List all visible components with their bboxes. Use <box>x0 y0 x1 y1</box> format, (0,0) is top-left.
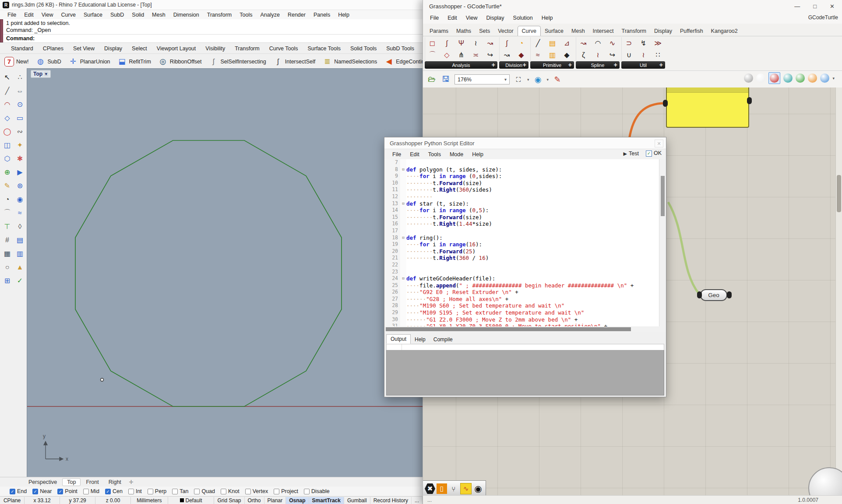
curve-polygon[interactable] <box>75 140 342 406</box>
sidebar-tool-icon-10[interactable]: ◫ <box>1 138 14 152</box>
sidebar-tool-icon-20[interactable]: ⌒ <box>1 206 14 220</box>
code-editor[interactable]: 7891011121314151617181920212223242526272… <box>384 159 666 326</box>
editor-menu-item-help[interactable]: Help <box>468 150 488 158</box>
expand-plus-icon[interactable]: ✚ <box>492 63 495 67</box>
gh-menu-item-display[interactable]: Display <box>482 14 509 22</box>
canvas-tool-icon-3[interactable]: ∿ <box>460 483 472 494</box>
palette-group-label[interactable]: Division✚ <box>499 61 528 69</box>
code-vertical-scrollbar[interactable] <box>659 159 666 326</box>
editor-menu-item-mode[interactable]: Mode <box>445 150 468 158</box>
component-icon[interactable]: ↝ <box>483 37 497 49</box>
osnap-int[interactable]: Int <box>128 488 142 494</box>
osnap-quad[interactable]: Quad <box>194 488 215 494</box>
sidebar-tool-icon-29[interactable]: ▲ <box>14 260 26 274</box>
maximize-icon[interactable]: □ <box>813 3 817 10</box>
osnap-vertex[interactable]: Vertex <box>245 488 268 494</box>
toolbar-tab-set-view[interactable]: Set View <box>68 44 99 53</box>
component-icon[interactable]: ≫ <box>651 37 665 49</box>
sidebar-tool-icon-16[interactable]: ✎ <box>1 179 14 192</box>
gh-tab-intersect[interactable]: Intersect <box>589 26 618 36</box>
open-file-icon[interactable]: 🗁 <box>426 74 437 85</box>
component-icon[interactable]: ζ <box>576 49 591 61</box>
gh-tab-curve[interactable]: Curve <box>518 26 541 36</box>
geo-output-nub[interactable] <box>727 291 732 298</box>
component-icon[interactable]: ⌒ <box>425 49 440 61</box>
sidebar-tool-icon-5[interactable]: ⊙ <box>14 98 26 111</box>
close-icon[interactable]: ✕ <box>830 3 835 10</box>
sidebar-tool-icon-12[interactable]: ⬡ <box>1 152 14 165</box>
gh-tab-sets[interactable]: Sets <box>475 26 494 36</box>
checkbox-checked[interactable]: ✓ <box>10 489 15 494</box>
gh-menu-item-help[interactable]: Help <box>537 14 557 22</box>
component-icon[interactable]: ◆ <box>514 49 528 61</box>
gh-tab-display[interactable]: Display <box>650 26 676 36</box>
close-icon[interactable]: ✕ <box>655 140 663 147</box>
add-viewport-icon[interactable]: ✛ <box>127 479 134 485</box>
menu-item-mesh[interactable]: Mesh <box>148 11 169 19</box>
component-icon[interactable]: ↝ <box>500 49 514 61</box>
palette-group-label[interactable]: Primitive✚ <box>530 61 574 69</box>
status-toggle-grid-snap[interactable]: Grid Snap <box>214 497 244 504</box>
menu-item-panels[interactable]: Panels <box>310 11 334 19</box>
toolbar-button-planarunion[interactable]: ✛PlanarUnion <box>66 56 113 68</box>
component-icon[interactable]: ∫ <box>440 37 454 49</box>
component-icon[interactable]: ▥ <box>545 49 560 61</box>
status-toggle-record-history[interactable]: Record History <box>370 497 412 504</box>
status-toggle-planar[interactable]: Planar <box>264 497 286 504</box>
sidebar-tool-icon-27[interactable]: ▥ <box>14 247 26 260</box>
display-sphere-icon-2[interactable] <box>768 72 780 84</box>
status-field-5[interactable]: Default <box>168 497 215 504</box>
osnap-perp[interactable]: Perp <box>148 488 166 494</box>
point-object[interactable] <box>101 378 104 382</box>
canvas-vertical-scrollbar[interactable] <box>835 88 842 495</box>
sidebar-tool-icon-22[interactable]: ⊤ <box>1 220 14 233</box>
toolbar-tab-standard[interactable]: Standard <box>6 44 38 53</box>
status-toggle-smarttrack[interactable]: SmartTrack <box>309 497 344 504</box>
zoom-level-select[interactable]: 176% ▾ <box>454 74 510 84</box>
menu-item-file[interactable]: File <box>4 11 20 19</box>
display-sphere-icon-0[interactable] <box>744 74 753 83</box>
checkbox-unchecked[interactable] <box>274 489 279 494</box>
component-icon[interactable]: ▤ <box>545 37 560 49</box>
sidebar-tool-icon-0[interactable]: ↖ <box>1 70 14 84</box>
checkbox-unchecked[interactable] <box>304 489 310 494</box>
gh-menu-item-edit[interactable]: Edit <box>443 14 462 22</box>
sidebar-tool-icon-6[interactable]: ◇ <box>1 111 14 125</box>
editor-titlebar[interactable]: Grasshopper Python Script Editor ✕ <box>384 137 666 149</box>
sidebar-tool-icon-25[interactable]: ▤ <box>14 233 26 247</box>
toolbar-button-subd[interactable]: ◍SubD <box>33 56 63 68</box>
sidebar-tool-icon-3[interactable]: ⇔ <box>14 84 26 98</box>
sidebar-tool-icon-2[interactable]: ╱ <box>1 84 14 98</box>
preview-eye-icon[interactable]: ◉ <box>533 74 543 85</box>
menu-item-dimension[interactable]: Dimension <box>169 11 203 19</box>
menu-item-render[interactable]: Render <box>284 11 310 19</box>
osnap-near[interactable]: ✓Near <box>32 488 52 494</box>
canvas-tool-icon-2[interactable]: ⑂ <box>448 483 459 494</box>
geo-parameter-component[interactable]: Geo <box>700 289 727 301</box>
checkbox-unchecked[interactable] <box>128 489 134 494</box>
component-icon[interactable]: ◔ <box>514 37 528 49</box>
expand-plus-icon[interactable]: ✚ <box>568 63 572 67</box>
checkbox-checked[interactable]: ✓ <box>32 489 38 494</box>
sidebar-tool-icon-14[interactable]: ⊕ <box>1 165 14 179</box>
toolbar-tab-subd-tools[interactable]: SubD Tools <box>381 44 419 53</box>
status-ellipsis[interactable]: ... <box>427 497 432 503</box>
sidebar-tool-icon-24[interactable]: # <box>1 233 14 247</box>
checkbox-unchecked[interactable] <box>148 489 153 494</box>
fold-marker-icon[interactable]: ⊟ <box>400 234 406 242</box>
viewport-title-menu[interactable]: Top ▾ <box>31 70 51 78</box>
sidebar-tool-icon-4[interactable]: ◠ <box>1 98 14 111</box>
status-field-3[interactable]: z 0.00 <box>95 497 131 504</box>
panel-output-nub[interactable] <box>747 97 752 104</box>
rhino-titlebar[interactable]: R rings.3dm (26 KB) - Rhino 7 Educationa… <box>0 0 425 10</box>
checkbox-checked[interactable]: ✓ <box>105 489 111 494</box>
toolbar-tab-solid-tools[interactable]: Solid Tools <box>345 44 381 53</box>
grasshopper-titlebar[interactable]: Grasshopper - GCodeTurtle* <box>423 0 842 13</box>
status-toggle-osnap[interactable]: Osnap <box>286 497 309 504</box>
toolbar-button-selselfintersecting[interactable]: ʃSelSelfIntersecting <box>206 56 269 68</box>
toolbar-tab-viewport-layout[interactable]: Viewport Layout <box>152 44 201 53</box>
component-icon[interactable]: Ψ <box>454 37 469 49</box>
rhino-viewport-top[interactable]: y x Top ▾ <box>27 69 423 477</box>
sidebar-tool-icon-18[interactable]: ◔ <box>1 192 14 206</box>
display-sphere-icon-4[interactable] <box>796 74 805 83</box>
